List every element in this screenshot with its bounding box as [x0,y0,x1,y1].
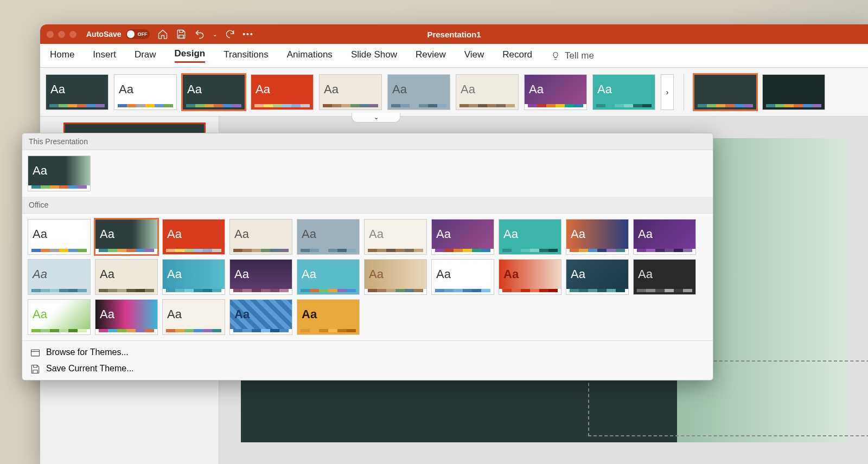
theme-tile[interactable]: Aa [229,259,292,295]
theme-tile[interactable]: Aa [28,259,91,295]
browse-themes-label: Browse for Themes... [46,347,129,357]
close-button[interactable] [47,31,54,38]
variants-strip [694,74,825,110]
quick-access-toolbar: ⌄ ••• [157,29,254,40]
tab-design[interactable]: Design [175,48,206,63]
theme-tile[interactable]: Aa [297,299,360,335]
tab-review[interactable]: Review [416,49,446,62]
save-theme-icon [30,364,41,373]
theme-tile[interactable]: Aa [431,219,494,255]
save-theme-label: Save Current Theme... [46,364,134,373]
tab-record[interactable]: Record [502,49,532,62]
theme-tile[interactable]: Aa [95,219,158,255]
theme-tile[interactable]: Aa [319,74,382,110]
theme-tile[interactable]: Aa [364,259,427,295]
tab-home[interactable]: Home [50,49,74,62]
tab-view[interactable]: View [464,49,484,62]
gallery-grid-office: AaAaAaAaAaAaAaAaAaAaAaAaAaAaAaAaAaAaAaAa… [22,214,713,340]
save-theme-button[interactable]: Save Current Theme... [22,360,713,377]
theme-tile[interactable]: Aa [431,259,494,295]
gallery-section-this-presentation: This Presentation [22,133,713,150]
theme-tile[interactable]: Aa [114,74,177,110]
theme-tile[interactable]: Aa [524,74,587,110]
tab-draw[interactable]: Draw [135,49,156,62]
gallery-footer: Browse for Themes... Save Current Theme.… [22,340,713,380]
theme-tile[interactable]: Aa [229,299,292,335]
theme-tile[interactable]: Aa [28,156,91,191]
theme-tile[interactable]: Aa [229,219,292,255]
window-controls [47,31,76,38]
theme-tile[interactable]: Aa [251,74,314,110]
theme-tile[interactable]: Aa [28,219,91,255]
separator [684,74,684,111]
autosave-toggle[interactable]: OFF [126,29,150,39]
theme-tile[interactable]: Aa [297,259,360,295]
redo-icon[interactable] [225,29,235,40]
gallery-grid-this: Aa [22,150,713,197]
theme-tile[interactable]: Aa [162,219,225,255]
theme-tile[interactable]: Aa [28,299,91,335]
home-icon[interactable] [157,29,168,40]
expand-gallery-button[interactable]: ⌄ [352,113,400,123]
theme-tile[interactable]: Aa [499,259,561,295]
design-ribbon: AaAaAaAaAaAaAaAaAa › ⌄ [40,68,868,117]
theme-tile[interactable]: Aa [566,219,629,255]
tab-animations[interactable]: Animations [287,49,333,62]
themes-gallery-dropdown: This Presentation Aa Office AaAaAaAaAaAa… [22,133,713,381]
theme-tile[interactable]: Aa [182,74,245,110]
undo-dropdown-icon[interactable]: ⌄ [213,31,217,37]
svg-rect-0 [31,350,40,356]
more-themes-button[interactable]: › [661,74,674,110]
undo-icon[interactable] [194,29,205,40]
theme-tile[interactable]: Aa [297,219,360,255]
themes-gallery-strip: AaAaAaAaAaAaAaAaAa [46,74,655,110]
theme-tile[interactable]: Aa [46,74,108,110]
theme-tile[interactable]: Aa [456,74,519,110]
title-bar: AutoSave OFF ⌄ ••• Presentation1 [40,24,868,44]
autosave-label: AutoSave [86,30,122,38]
theme-tile[interactable]: Aa [95,259,158,295]
theme-tile[interactable]: Aa [364,219,427,255]
tell-me[interactable]: Tell me [551,50,594,61]
ribbon-tabs: HomeInsertDrawDesignTransitionsAnimation… [40,44,868,68]
theme-tile[interactable]: Aa [95,299,158,335]
lightbulb-icon [551,51,560,61]
theme-tile[interactable]: Aa [387,74,450,110]
minimize-button[interactable] [58,31,65,38]
theme-tile[interactable] [694,74,757,110]
theme-tile[interactable]: Aa [162,259,225,295]
theme-tile[interactable] [762,74,825,110]
gallery-section-office: Office [22,197,713,214]
browse-themes-button[interactable]: Browse for Themes... [22,344,713,360]
theme-tile[interactable]: Aa [566,259,629,295]
tab-slide-show[interactable]: Slide Show [351,49,397,62]
theme-tile[interactable]: Aa [499,219,561,255]
zoom-button[interactable] [69,31,76,38]
theme-tile[interactable]: Aa [633,259,696,295]
tab-insert[interactable]: Insert [93,49,116,62]
browse-icon [30,347,41,357]
document-title: Presentation1 [427,30,481,39]
theme-tile[interactable]: Aa [162,299,225,335]
more-icon[interactable]: ••• [243,29,254,40]
theme-tile[interactable]: Aa [633,219,696,255]
theme-tile[interactable]: Aa [592,74,655,110]
save-icon[interactable] [176,29,187,40]
tab-transitions[interactable]: Transitions [224,49,269,62]
